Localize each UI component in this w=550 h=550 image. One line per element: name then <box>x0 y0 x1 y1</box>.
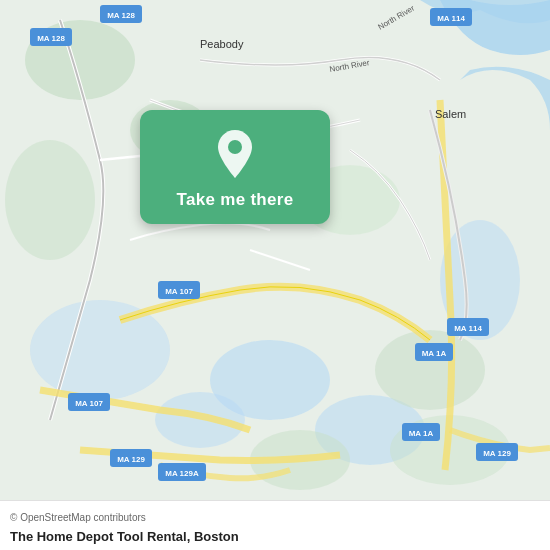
svg-point-40 <box>228 140 242 154</box>
svg-text:MA 129A: MA 129A <box>165 469 199 478</box>
copyright-text: © OpenStreetMap contributors <box>10 512 146 523</box>
take-me-there-button[interactable]: Take me there <box>177 190 294 210</box>
svg-text:MA 1A: MA 1A <box>422 349 447 358</box>
map-svg: Peabody Salem North River North River MA… <box>0 0 550 500</box>
svg-text:Peabody: Peabody <box>200 38 244 50</box>
svg-text:Salem: Salem <box>435 108 466 120</box>
location-pin-icon <box>212 128 258 180</box>
location-title: The Home Depot Tool Rental, Boston <box>10 527 540 545</box>
svg-point-9 <box>375 330 485 410</box>
bottom-bar: © OpenStreetMap contributors The Home De… <box>0 500 550 550</box>
svg-text:MA 107: MA 107 <box>165 287 193 296</box>
svg-text:MA 129: MA 129 <box>483 449 511 458</box>
svg-text:MA 128: MA 128 <box>37 34 65 43</box>
svg-text:MA 1A: MA 1A <box>409 429 434 438</box>
svg-text:MA 114: MA 114 <box>454 324 482 333</box>
svg-point-2 <box>155 392 245 448</box>
svg-text:MA 129: MA 129 <box>117 455 145 464</box>
map-container: Peabody Salem North River North River MA… <box>0 0 550 500</box>
svg-point-10 <box>5 140 95 260</box>
svg-text:MA 128: MA 128 <box>107 11 135 20</box>
svg-text:MA 107: MA 107 <box>75 399 103 408</box>
svg-text:MA 114: MA 114 <box>437 14 465 23</box>
card-overlay: Take me there <box>140 110 330 224</box>
